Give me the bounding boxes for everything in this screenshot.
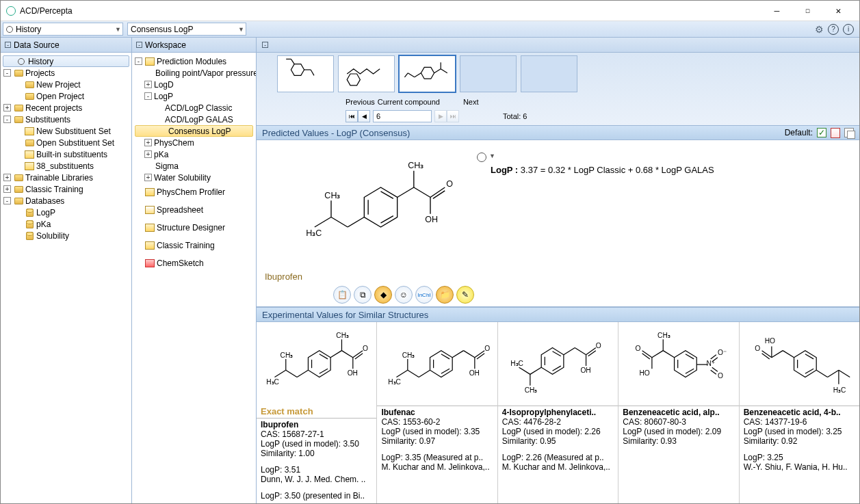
svg-line-10 bbox=[434, 69, 441, 73]
tree-item-spreadsheet[interactable]: Spreadsheet bbox=[132, 201, 256, 219]
tree-item-classic-training[interactable]: Classic Training bbox=[132, 237, 256, 254]
pdf-icon[interactable] bbox=[831, 128, 840, 138]
tree-item-databases[interactable]: -Databases bbox=[1, 195, 131, 207]
collapse-icon[interactable]: - bbox=[3, 116, 11, 123]
edit-icon[interactable]: ✎ bbox=[456, 286, 474, 304]
expand-icon[interactable]: + bbox=[3, 185, 11, 193]
svg-line-18 bbox=[331, 217, 348, 228]
settings-icon[interactable]: ⚙ bbox=[815, 24, 824, 35]
tree-item-pred-modules[interactable]: -Prediction Modules bbox=[132, 55, 256, 67]
tree-item-new-sub-set[interactable]: New Substituent Set bbox=[1, 125, 131, 137]
tree-item-db-logp[interactable]: LogP bbox=[1, 207, 131, 218]
nav-next-button[interactable]: ▶ bbox=[434, 110, 447, 122]
tree-item-classic-training[interactable]: +Classic Training bbox=[1, 183, 131, 195]
collapse-icon[interactable]: - bbox=[3, 69, 11, 77]
exp-cell[interactable]: H₃CCH₃CH₃OOH Exact match Ibuprofen CAS: … bbox=[257, 322, 377, 504]
tree-item-logd[interactable]: +LogD bbox=[132, 79, 256, 90]
collapse-icon[interactable]: - bbox=[3, 197, 11, 204]
tree-item-boiling[interactable]: Boiling point/Vapor pressure bbox=[132, 67, 256, 79]
thumbnail-empty[interactable] bbox=[521, 55, 577, 92]
inchi-icon[interactable]: InChI bbox=[415, 286, 433, 304]
clock-icon bbox=[6, 26, 13, 33]
nav-last-button[interactable]: ⏭ bbox=[447, 110, 459, 122]
collapse-icon[interactable]: - bbox=[135, 57, 142, 65]
tree-item-substituents[interactable]: -Substituents bbox=[1, 114, 131, 125]
tree-item-projects[interactable]: -Projects bbox=[1, 67, 131, 79]
tree-item-trainable[interactable]: +Trainable Libraries bbox=[1, 172, 131, 183]
thumbnail[interactable] bbox=[338, 55, 395, 92]
expand-icon[interactable]: + bbox=[144, 81, 152, 88]
help-icon[interactable]: ? bbox=[828, 24, 839, 35]
svg-text:O: O bbox=[363, 345, 368, 352]
exact-match-label: Exact match bbox=[261, 406, 372, 416]
nav-prev-button[interactable]: ◀ bbox=[358, 110, 370, 122]
nav-current-label: Current compound bbox=[378, 98, 440, 106]
history-dropdown[interactable]: History ▼ bbox=[3, 23, 123, 36]
tree-item-open-sub-set[interactable]: Open Substituent Set bbox=[1, 137, 131, 148]
tree-item-water-sol[interactable]: +Water Solubility bbox=[132, 172, 256, 183]
module-dropdown[interactable]: Consensus LogP ▼ bbox=[127, 23, 246, 36]
svg-line-114 bbox=[816, 370, 827, 377]
expand-icon[interactable]: + bbox=[144, 150, 152, 158]
collapse-icon[interactable]: - bbox=[144, 92, 152, 100]
minimize-button[interactable]: — bbox=[761, 1, 792, 21]
svg-line-45 bbox=[355, 354, 363, 359]
nav-current-input[interactable] bbox=[373, 110, 432, 122]
svg-text:H₃C: H₃C bbox=[306, 228, 322, 238]
expand-icon[interactable]: + bbox=[3, 174, 11, 181]
paste-icon[interactable]: 📋 bbox=[333, 286, 351, 304]
tree-item-db-solubility[interactable]: Solubility bbox=[1, 230, 131, 241]
tree-item-db-pka[interactable]: pKa bbox=[1, 218, 131, 230]
tree-item-sigma[interactable]: Sigma bbox=[132, 160, 256, 172]
exp-cell[interactable]: CH₃OHON⁺O⁻O Benzeneacetic acid, alp.. CA… bbox=[618, 322, 739, 504]
svg-text:O: O bbox=[446, 179, 453, 189]
exp-similarity: Similarity: 0.97 bbox=[381, 436, 493, 446]
book-icon[interactable]: ◆ bbox=[374, 286, 392, 304]
collapse-icon[interactable]: - bbox=[262, 42, 268, 48]
default-checkbox[interactable]: ✓ bbox=[817, 128, 826, 137]
svg-text:CH₃: CH₃ bbox=[402, 352, 415, 359]
expand-icon[interactable]: + bbox=[144, 139, 152, 146]
tree-item-physchem[interactable]: +PhysChem bbox=[132, 137, 256, 148]
data-source-header: - Data Source bbox=[1, 38, 132, 52]
exp-cell[interactable]: H₃CCH₃OOH 4-Isopropylphenylaceti.. CAS: … bbox=[498, 322, 618, 504]
maximize-button[interactable]: ☐ bbox=[792, 1, 823, 21]
close-button[interactable]: ✕ bbox=[823, 1, 854, 21]
tree-item-pka[interactable]: +pKa bbox=[132, 148, 256, 160]
chevron-down-icon[interactable]: ▼ bbox=[489, 152, 495, 159]
info-icon[interactable]: i bbox=[843, 24, 854, 35]
tree-item-history[interactable]: History bbox=[3, 55, 129, 67]
chevron-down-icon: ▼ bbox=[115, 26, 121, 33]
svg-line-79 bbox=[588, 351, 595, 356]
tree-item-open-project[interactable]: Open Project bbox=[1, 90, 131, 102]
tree-item-logp-consensus[interactable]: Consensus LogP bbox=[135, 125, 253, 137]
exp-structure: H₃CCH₃OOH bbox=[381, 325, 493, 404]
tree-item-pc-profiler[interactable]: PhysChem Profiler bbox=[132, 183, 256, 201]
content-header: - bbox=[257, 38, 859, 52]
copy-icon[interactable] bbox=[844, 128, 854, 137]
nav-first-button[interactable]: ⏮ bbox=[346, 110, 358, 122]
smile-icon[interactable]: ☺ bbox=[395, 286, 413, 304]
folder-icon[interactable]: 📁 bbox=[436, 286, 454, 304]
thumbnail[interactable] bbox=[277, 55, 334, 92]
tree-item-logp[interactable]: -LogP bbox=[132, 90, 256, 102]
tree-item-chemsketch[interactable]: ChemSketch bbox=[132, 254, 256, 272]
tree-item-recent-projects[interactable]: +Recent projects bbox=[1, 102, 131, 114]
expand-icon[interactable]: + bbox=[144, 174, 152, 181]
tree-item-logp-galas[interactable]: ACD/LogP GALAS bbox=[132, 114, 256, 125]
expand-icon[interactable]: + bbox=[3, 104, 11, 111]
svg-text:CH₃: CH₃ bbox=[324, 191, 340, 200]
collapse-icon[interactable]: - bbox=[5, 42, 11, 48]
exp-compound-name: Benzeneacetic acid, alp.. bbox=[623, 408, 734, 417]
tree-item-builtin-sub[interactable]: Built-in substituents bbox=[1, 148, 131, 160]
thumbnail-empty[interactable] bbox=[460, 55, 517, 92]
exp-cell[interactable]: H₃CCH₃OOH Ibufenac CAS: 1553-60-2 LogP (… bbox=[377, 322, 497, 504]
thumbnail-selected[interactable] bbox=[399, 55, 456, 92]
copy-structure-icon[interactable]: ⧉ bbox=[354, 286, 372, 304]
tree-item-struct-designer[interactable]: Structure Designer bbox=[132, 219, 256, 237]
tree-item-logp-classic[interactable]: ACD/LogP Classic bbox=[132, 102, 256, 114]
collapse-icon[interactable]: - bbox=[136, 42, 142, 48]
tree-item-38-sub[interactable]: 38_substituents bbox=[1, 160, 131, 172]
exp-cell[interactable]: HOOH₃C Benzeneacetic acid, 4-b.. CAS: 14… bbox=[740, 322, 859, 504]
tree-item-new-project[interactable]: New Project bbox=[1, 79, 131, 90]
